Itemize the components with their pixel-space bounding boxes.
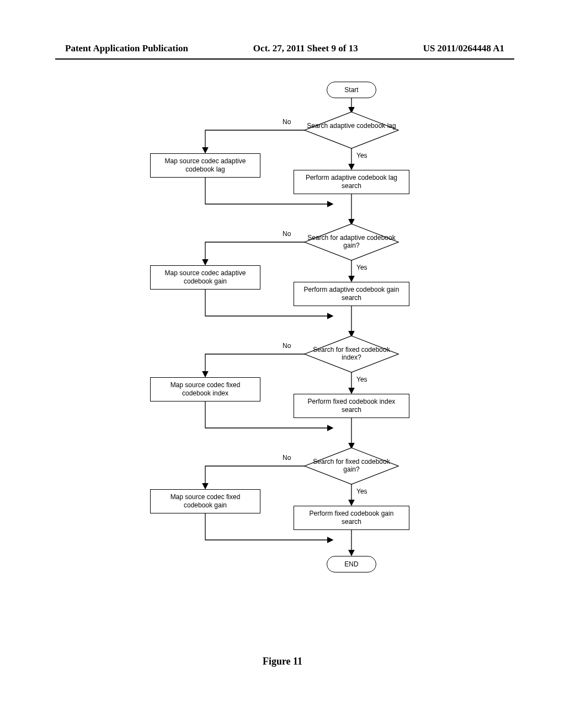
svg-marker-9: [305, 112, 398, 148]
flowchart-edges: [73, 82, 492, 633]
page-header: Patent Application Publication Oct. 27, …: [0, 0, 565, 58]
start-node: Start: [327, 82, 376, 98]
no-label-2: No: [282, 230, 291, 238]
yes-label-3: Yes: [356, 376, 367, 383]
perform-lag: Perform adaptive codebook lag search: [294, 170, 409, 194]
perform-gain: Perform adaptive codebook gain search: [294, 282, 409, 306]
end-text: END: [344, 560, 358, 569]
no-label-1: No: [282, 118, 291, 126]
decision-1: Search adaptive codebook lag: [305, 122, 398, 130]
header-mid: Oct. 27, 2011 Sheet 9 of 13: [253, 43, 358, 54]
map-fixed-index: Map source codec fixed codebook index: [150, 377, 260, 402]
decision-4: Search for fixed codebook gain?: [305, 458, 398, 474]
header-left: Patent Application Publication: [65, 43, 188, 54]
header-rule: [55, 58, 514, 60]
map-lag: Map source codec adaptive codebook lag: [150, 153, 260, 178]
no-label-4: No: [282, 454, 291, 462]
map-fixed-gain: Map source codec fixed codebook gain: [150, 489, 260, 513]
figure-caption: Figure 11: [0, 656, 565, 667]
perform-fixed-index: Perform fixed codebook index search: [294, 394, 409, 418]
end-node: END: [327, 556, 376, 572]
yes-label-4: Yes: [356, 488, 367, 495]
start-text: Start: [344, 86, 358, 94]
flowchart: Start Search adaptive codebook lag No Ye…: [73, 82, 492, 633]
header-right: US 2011/0264448 A1: [423, 43, 504, 54]
no-label-3: No: [282, 342, 291, 350]
perform-fixed-gain: Perform fixed codebook gain search: [294, 506, 409, 530]
decision-2: Search for adaptive codebook gain?: [305, 234, 398, 250]
map-gain: Map source codec adaptive codebook gain: [150, 265, 260, 290]
yes-label-1: Yes: [356, 152, 367, 159]
decision-3: Search for fixed codebook index?: [305, 346, 398, 362]
yes-label-2: Yes: [356, 264, 367, 271]
